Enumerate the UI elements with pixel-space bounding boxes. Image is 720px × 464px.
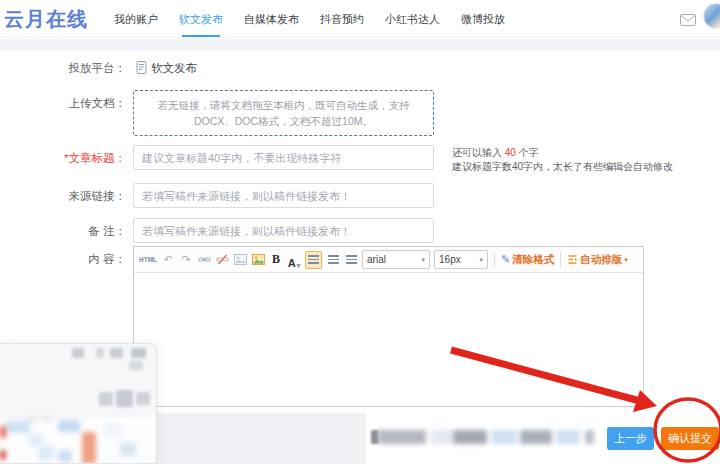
nav-item-xiaohongshu[interactable]: 小红书达人 <box>385 0 440 38</box>
blurred-toolbar-block <box>72 348 84 358</box>
rich-text-editor: HTML ↶ ↷ B A▾ arial▾ 16px▾ ✎清除格式 <box>133 246 644 407</box>
top-navbar: 云月在线 我的账户 软文发布 自媒体发布 抖音预约 小红书达人 微博投放 <box>0 0 720 38</box>
counter-count: 40 <box>505 147 516 158</box>
page: 云月在线 我的账户 软文发布 自媒体发布 抖音预约 小红书达人 微博投放 投放平… <box>0 0 720 464</box>
align-center-icon <box>328 255 339 264</box>
insert-image-icon[interactable] <box>251 251 265 269</box>
title-counter: 还可以输入 40 个字 建议标题字数40字内，太长了有些编辑会自动修改 <box>452 146 673 173</box>
auto-format-button[interactable]: 自动排版 ▾ <box>567 251 628 269</box>
counter-line: 还可以输入 40 个字 <box>452 146 673 160</box>
platform-value: 软文发布 <box>136 61 197 76</box>
toolbar-divider <box>494 252 495 267</box>
clear-format-button[interactable]: ✎清除格式 <box>501 253 554 267</box>
nav-item-label: 我的账户 <box>114 13 158 25</box>
font-family-value: arial <box>367 254 386 265</box>
link-icon[interactable] <box>197 251 211 269</box>
content-label: 内 容： <box>38 252 126 266</box>
redacted-text <box>453 430 487 444</box>
blurred-thumbnail-area <box>0 418 155 464</box>
platform-value-text: 软文发布 <box>151 61 197 76</box>
align-left-button[interactable] <box>305 251 322 269</box>
redacted-text <box>378 430 426 444</box>
redacted-text <box>491 430 517 444</box>
font-size-select[interactable]: 16px▾ <box>434 250 488 269</box>
blurred-toolbar-block <box>96 348 104 358</box>
nav-item-account[interactable]: 我的账户 <box>114 0 158 38</box>
nav-item-selfmedia-publish[interactable]: 自媒体发布 <box>244 0 299 38</box>
nav-item-label: 抖音预约 <box>320 13 364 25</box>
source-link-input[interactable] <box>133 183 434 208</box>
caret-down-icon: ▾ <box>480 256 484 263</box>
blurred-toolbar-block <box>129 361 143 370</box>
blurred-toolbar-block <box>131 348 146 358</box>
nav-item-label: 软文发布 <box>179 13 223 25</box>
source-label: 来源链接： <box>38 189 126 203</box>
redacted-text <box>520 430 552 444</box>
align-right-icon <box>346 255 357 264</box>
editor-toolbar: HTML ↶ ↷ B A▾ arial▾ 16px▾ ✎清除格式 <box>134 247 643 273</box>
bold-button[interactable]: B <box>269 251 283 269</box>
auto-format-label: 自动排版 <box>580 253 622 267</box>
remark-input[interactable] <box>133 218 434 243</box>
page-background-band <box>0 39 720 51</box>
user-avatar[interactable] <box>703 3 720 29</box>
caret-down-icon: ▾ <box>422 256 426 263</box>
upload-label: 上传文档： <box>38 96 126 110</box>
title-input[interactable] <box>133 145 434 170</box>
font-color-letter: A <box>288 257 296 269</box>
unlink-icon[interactable] <box>215 251 229 269</box>
font-family-select[interactable]: arial▾ <box>362 250 430 269</box>
redacted-text <box>585 430 594 444</box>
nav-item-label: 自媒体发布 <box>244 13 299 25</box>
font-size-value: 16px <box>439 254 461 265</box>
nav-item-weibo[interactable]: 微博投放 <box>461 0 505 38</box>
confirm-submit-button[interactable]: 确认提交 <box>661 427 719 450</box>
redo-icon[interactable]: ↷ <box>179 251 193 269</box>
blurred-content-block <box>99 392 113 406</box>
caret-down-icon: ▾ <box>297 262 301 269</box>
font-color-button[interactable]: A▾ <box>287 251 301 269</box>
nav-item-douyin-booking[interactable]: 抖音预约 <box>320 0 364 38</box>
previous-step-button[interactable]: 上一步 <box>607 427 654 450</box>
upload-dropzone[interactable]: 若无链接，请将文档拖至本框内，既可自动生成，支持DOCX、DOC格式，文档不超过… <box>133 90 434 136</box>
html-source-button[interactable]: HTML <box>139 251 157 269</box>
overlay-window <box>0 343 157 464</box>
redacted-text <box>431 430 453 444</box>
editor-content-area[interactable] <box>134 273 643 406</box>
counter-suffix: 个字 <box>516 147 539 158</box>
mail-icon[interactable] <box>680 12 696 30</box>
document-icon <box>136 61 147 76</box>
align-left-icon <box>308 255 319 264</box>
counter-note: 建议标题字数40字内，太长了有些编辑会自动修改 <box>452 160 673 174</box>
title-label: *文章标题： <box>38 151 126 165</box>
align-right-button[interactable] <box>344 251 358 269</box>
blurred-content-block <box>116 390 133 407</box>
main-menu: 我的账户 软文发布 自媒体发布 抖音预约 小红书达人 微博投放 <box>114 0 505 38</box>
toolbar-divider <box>560 252 561 267</box>
blurred-content-block <box>136 392 150 405</box>
nav-item-label: 微博投放 <box>461 13 505 25</box>
active-tab-underline <box>182 35 220 37</box>
redacted-text <box>556 430 580 444</box>
blurred-toolbar-block <box>110 348 123 358</box>
undo-icon[interactable]: ↶ <box>161 251 175 269</box>
image-icon[interactable] <box>233 251 247 269</box>
nav-item-label: 小红书达人 <box>385 13 440 25</box>
counter-prefix: 还可以输入 <box>452 147 505 158</box>
pen-icon: ✎ <box>501 254 510 265</box>
caret-down-icon: ▾ <box>624 256 628 263</box>
brand-logo[interactable]: 云月在线 <box>4 6 88 33</box>
auto-format-icon <box>567 251 578 269</box>
align-center-button[interactable] <box>326 251 340 269</box>
clear-format-label: 清除格式 <box>512 253 554 267</box>
remark-label: 备 注： <box>38 224 126 238</box>
platform-label: 投放平台： <box>38 61 126 75</box>
nav-item-article-publish[interactable]: 软文发布 <box>179 0 223 38</box>
